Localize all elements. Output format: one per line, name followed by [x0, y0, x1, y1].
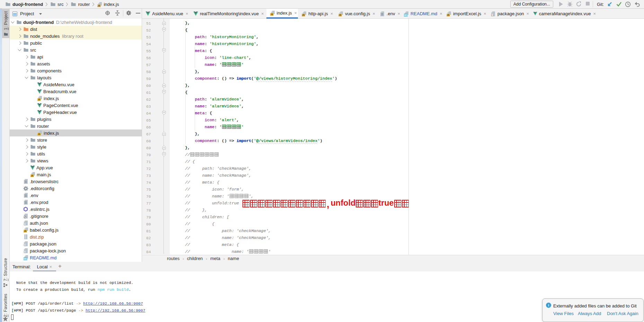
- svg-text:JS: JS: [31, 175, 34, 177]
- svg-text:JS: JS: [38, 133, 41, 135]
- svg-text:MD: MD: [404, 14, 407, 16]
- svg-text:{}: {}: [24, 250, 26, 253]
- svg-text:JS: JS: [38, 98, 41, 101]
- svg-text:JS: JS: [302, 14, 305, 16]
- svg-text:{}: {}: [491, 14, 494, 16]
- svg-text:JS: JS: [24, 230, 27, 232]
- svg-text:JS: JS: [339, 14, 342, 16]
- svg-text:{}: {}: [24, 243, 26, 246]
- svg-text:JS: JS: [447, 14, 450, 16]
- svg-text:MD: MD: [24, 258, 27, 260]
- svg-text:JS: JS: [270, 13, 273, 16]
- svg-text:{}: {}: [24, 223, 26, 225]
